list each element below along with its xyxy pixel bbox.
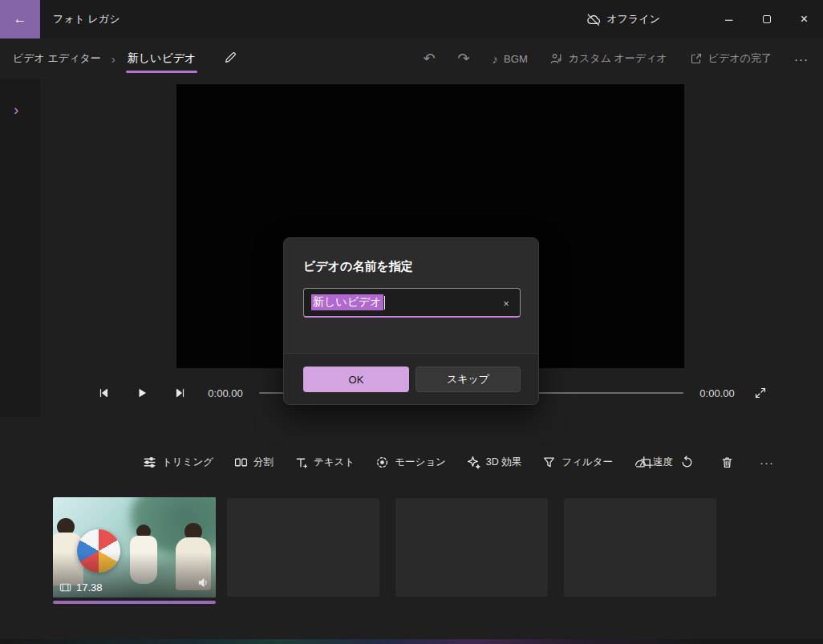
redo-icon: ↷ <box>458 51 470 66</box>
play-icon <box>136 387 148 399</box>
trim-icon <box>143 456 156 469</box>
breadcrumb: ビデオ エディター › 新しいビデオ <box>13 38 237 79</box>
tab-current-project[interactable]: 新しいビデオ <box>126 38 198 79</box>
window-controls: ─ × <box>710 0 823 38</box>
3d-effects-label: 3D 効果 <box>486 456 521 469</box>
finish-video-button[interactable]: ビデオの完了 <box>690 51 772 66</box>
split-icon <box>234 456 248 469</box>
minimize-button[interactable]: ─ <box>710 0 748 38</box>
bgm-button[interactable]: ♪ BGM <box>493 52 528 66</box>
resize-button[interactable] <box>635 451 658 473</box>
back-button[interactable]: ← <box>0 0 40 38</box>
video-name-input[interactable]: 新しいビデオ × <box>303 288 521 318</box>
chevron-right-icon: › <box>14 101 18 118</box>
clip-actions: ··· <box>635 444 778 480</box>
toolbar-more-button[interactable]: ··· <box>756 451 778 473</box>
name-video-dialog: ビデオの名前を指定 新しいビデオ × OK スキップ <box>283 237 539 405</box>
custom-audio-label: カスタム オーディオ <box>569 51 667 66</box>
fullscreen-icon <box>754 387 767 399</box>
filter-button[interactable]: フィルター <box>542 456 613 469</box>
text-caret <box>384 296 385 310</box>
finish-video-label: ビデオの完了 <box>708 51 772 66</box>
bgm-label: BGM <box>504 53 528 65</box>
breadcrumb-separator-icon: › <box>111 52 116 66</box>
speaker-icon <box>197 577 209 589</box>
skip-button[interactable]: スキップ <box>416 367 521 392</box>
crop-icon <box>640 456 654 469</box>
undo-button[interactable]: ↶ <box>423 51 435 66</box>
header-actions: ↶ ↷ ♪ BGM カスタム オーディオ ビデオの完了 ··· <box>423 38 809 79</box>
undo-icon: ↶ <box>423 51 435 66</box>
rotate-icon <box>680 456 694 469</box>
motion-icon <box>375 456 389 469</box>
clip-meta: 17.38 <box>59 581 103 593</box>
previous-frame-icon <box>97 387 110 399</box>
current-time: 0:00.00 <box>200 387 251 399</box>
header: ビデオ エディター › 新しいビデオ ↶ ↷ ♪ BGM <box>0 38 823 79</box>
titlebar: ← フォト レガシ オフライン ─ × <box>0 0 823 38</box>
side-rail: › <box>0 79 40 417</box>
input-selected-text: 新しいビデオ <box>311 294 383 310</box>
project-title: 新しいビデオ <box>126 51 198 66</box>
dialog-buttons: OK スキップ <box>303 367 521 392</box>
ok-button[interactable]: OK <box>303 367 409 392</box>
delete-button[interactable] <box>716 451 738 473</box>
split-button[interactable]: 分割 <box>234 456 274 469</box>
storyboard-slot-empty <box>227 498 379 597</box>
3d-effects-button[interactable]: 3D 効果 <box>467 456 521 469</box>
split-label: 分割 <box>253 456 274 469</box>
app-window: ← フォト レガシ オフライン ─ × ビデオ エディター › 新しいビデオ <box>0 0 823 644</box>
filter-label: フィルター <box>562 456 613 469</box>
trim-button[interactable]: トリミング <box>143 456 213 469</box>
tab-active-underline <box>126 71 198 73</box>
text-icon <box>294 456 308 469</box>
export-video-icon <box>690 52 703 65</box>
close-button[interactable]: × <box>785 0 823 38</box>
edit-toolbar: トリミング 分割 テキスト モーション 3D 効果 <box>143 444 673 480</box>
redo-button[interactable]: ↷ <box>458 51 470 66</box>
dialog-footer: OK スキップ <box>284 353 538 404</box>
back-icon: ← <box>14 11 27 26</box>
offline-label: オフライン <box>606 12 660 26</box>
trim-label: トリミング <box>162 456 213 469</box>
maximize-icon <box>763 15 771 23</box>
storyboard-slot-empty <box>395 498 548 597</box>
rename-project-button[interactable] <box>224 51 237 67</box>
text-button[interactable]: テキスト <box>294 456 355 469</box>
next-frame-button[interactable] <box>161 375 200 411</box>
clip-duration: 17.38 <box>76 581 103 593</box>
storyboard-slot-empty <box>564 498 716 597</box>
breadcrumb-video-editor[interactable]: ビデオ エディター <box>13 51 101 66</box>
filter-icon <box>542 456 556 469</box>
custom-audio-button[interactable]: カスタム オーディオ <box>550 51 667 66</box>
maximize-button[interactable] <box>748 0 785 38</box>
film-strip-icon <box>59 581 71 593</box>
offline-cloud-icon <box>586 13 600 26</box>
minimize-icon: ─ <box>725 14 732 26</box>
next-frame-icon <box>174 387 187 399</box>
clear-input-button[interactable]: × <box>497 294 516 313</box>
motion-label: モーション <box>395 456 446 469</box>
more-icon: ··· <box>794 52 809 66</box>
more-icon: ··· <box>760 456 774 469</box>
fullscreen-button[interactable] <box>743 375 778 411</box>
app-title: フォト レガシ <box>53 0 120 38</box>
previous-frame-button[interactable] <box>84 375 123 411</box>
header-more-button[interactable]: ··· <box>794 52 809 66</box>
dialog-title: ビデオの名前を指定 <box>303 259 413 274</box>
close-icon: × <box>801 12 808 26</box>
play-button[interactable] <box>123 375 161 411</box>
total-time: 0:00.00 <box>691 387 743 399</box>
pencil-icon <box>224 51 237 64</box>
expand-panel-button[interactable]: › <box>14 101 18 119</box>
offline-status[interactable]: オフライン <box>586 0 660 38</box>
clip-selected-underline <box>53 601 216 604</box>
clear-icon: × <box>503 298 509 310</box>
trash-icon <box>720 456 734 469</box>
motion-button[interactable]: モーション <box>375 456 446 469</box>
rotate-button[interactable] <box>675 451 698 473</box>
music-note-icon: ♪ <box>493 52 499 66</box>
bottom-glow-strip <box>0 639 823 644</box>
text-label: テキスト <box>314 456 355 469</box>
storyboard-clip[interactable]: 17.38 <box>53 497 216 597</box>
